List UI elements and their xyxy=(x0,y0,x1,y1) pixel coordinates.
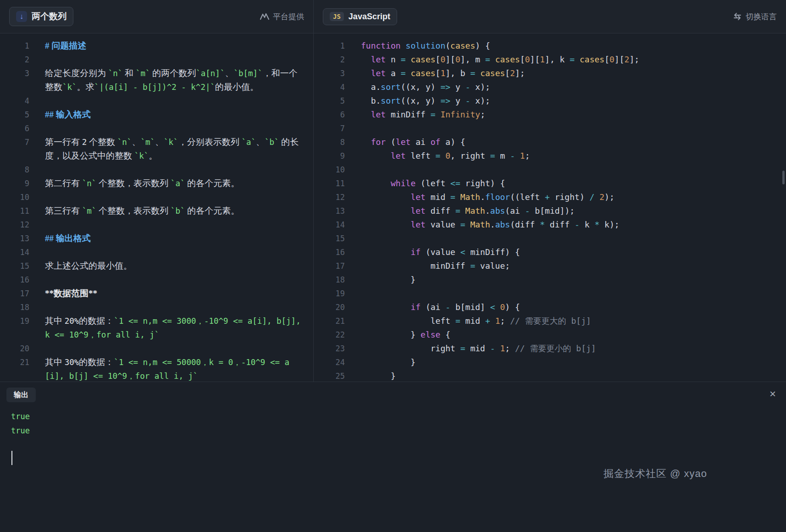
code-text[interactable]: let a = cases[1], b = cases[2]; xyxy=(345,66,786,80)
language-badge[interactable]: JS JavaScript xyxy=(323,8,397,25)
code-text[interactable]: ## 输出格式 xyxy=(29,232,313,245)
code-text[interactable] xyxy=(345,287,786,300)
code-line[interactable]: 8 for (let ai of a) { xyxy=(314,135,786,149)
code-text[interactable] xyxy=(29,218,313,232)
code-line[interactable]: 6 xyxy=(0,122,313,135)
code-line[interactable]: 20 if (ai - b[mid] < 0) { xyxy=(314,300,786,314)
code-text[interactable] xyxy=(29,245,313,259)
code-text[interactable]: a.sort((x, y) => y - x); xyxy=(345,80,786,94)
code-line[interactable]: 22 } else { xyxy=(314,328,786,342)
console-output[interactable]: truetrue xyxy=(6,410,780,465)
code-text[interactable]: 其中 30%的数据：`1 <= n,m <= 50000，k = 0，-10^9… xyxy=(29,355,313,382)
code-line[interactable]: 14 let value = Math.abs(diff * diff - k … xyxy=(314,218,786,232)
problem-title-badge[interactable]: ↓ 两个数列 xyxy=(9,7,73,26)
code-text[interactable] xyxy=(29,300,313,314)
code-line[interactable]: 2 xyxy=(0,53,313,66)
code-text[interactable]: let value = Math.abs(diff * diff - k * k… xyxy=(345,218,786,232)
code-text[interactable]: while (left <= right) { xyxy=(345,177,786,190)
code-text[interactable]: # 问题描述 xyxy=(29,39,313,53)
code-line[interactable]: 19 xyxy=(314,287,786,300)
code-line[interactable]: 20 xyxy=(0,342,313,355)
scrollbar-thumb[interactable] xyxy=(782,171,785,184)
code-line[interactable]: 7第一行有 2 个整数 `n`、`m`、`k`，分别表示数列 `a`、`b` 的… xyxy=(0,135,313,163)
problem-description-editor[interactable]: 1# 问题描述2 3给定长度分别为 `n` 和 `m` 的两个数列`a[n]`、… xyxy=(0,33,313,382)
code-line[interactable]: 10 xyxy=(314,163,786,177)
code-line[interactable]: 21其中 30%的数据：`1 <= n,m <= 50000，k = 0，-10… xyxy=(0,355,313,382)
code-text[interactable]: let n = cases[0][0], m = cases[0][1], k … xyxy=(345,53,786,66)
code-line[interactable]: 16 if (value < minDiff) { xyxy=(314,245,786,259)
code-line[interactable]: 9 let left = 0, right = m - 1; xyxy=(314,149,786,163)
code-line[interactable]: 6 let minDiff = Infinity; xyxy=(314,108,786,122)
code-text[interactable]: ## 输入格式 xyxy=(29,108,313,122)
code-line[interactable]: 25 } xyxy=(314,369,786,382)
code-text[interactable]: } xyxy=(345,355,786,369)
code-text[interactable]: 其中 20%的数据：`1 <= n,m <= 3000，-10^9 <= a[i… xyxy=(29,314,313,342)
code-line[interactable]: 9第二行有 `n` 个整数，表示数列 `a` 的各个元素。 xyxy=(0,177,313,190)
code-line[interactable]: 4 xyxy=(0,94,313,108)
code-line[interactable]: 21 left = mid + 1; // 需要更大的 b[j] xyxy=(314,314,786,328)
code-text[interactable] xyxy=(29,53,313,66)
code-line[interactable]: 11第三行有 `m` 个整数，表示数列 `b` 的各个元素。 xyxy=(0,204,313,218)
platform-provider[interactable]: 平台提供 xyxy=(260,11,304,22)
code-text[interactable] xyxy=(29,342,313,355)
code-text[interactable] xyxy=(29,273,313,287)
code-text[interactable] xyxy=(29,94,313,108)
code-line[interactable]: 13## 输出格式 xyxy=(0,232,313,245)
code-line[interactable]: 16 xyxy=(0,273,313,287)
code-line[interactable]: 3 let a = cases[1], b = cases[2]; xyxy=(314,66,786,80)
code-line[interactable]: 13 let diff = Math.abs(ai - b[mid]); xyxy=(314,204,786,218)
code-text[interactable]: minDiff = value; xyxy=(345,259,786,273)
code-line[interactable]: 4 a.sort((x, y) => y - x); xyxy=(314,80,786,94)
code-text[interactable]: let left = 0, right = m - 1; xyxy=(345,149,786,163)
code-text[interactable]: let mid = Math.floor((left + right) / 2)… xyxy=(345,190,786,204)
code-text[interactable]: function solution(cases) { xyxy=(345,39,786,53)
code-line[interactable]: 2 let n = cases[0][0], m = cases[0][1], … xyxy=(314,53,786,66)
code-line[interactable]: 23 right = mid - 1; // 需要更小的 b[j] xyxy=(314,342,786,355)
code-line[interactable]: 5## 输入格式 xyxy=(0,108,313,122)
code-line[interactable]: 8 xyxy=(0,163,313,177)
code-text[interactable]: 第二行有 `n` 个整数，表示数列 `a` 的各个元素。 xyxy=(29,177,313,190)
code-line[interactable]: 18 } xyxy=(314,273,786,287)
code-text[interactable] xyxy=(29,122,313,135)
code-text[interactable]: 第一行有 2 个整数 `n`、`m`、`k`，分别表示数列 `a`、`b` 的长… xyxy=(29,135,313,163)
code-text[interactable]: if (ai - b[mid] < 0) { xyxy=(345,300,786,314)
code-line[interactable]: 15 xyxy=(314,232,786,245)
code-line[interactable]: 11 while (left <= right) { xyxy=(314,177,786,190)
code-text[interactable]: } xyxy=(345,369,786,382)
code-line[interactable]: 19其中 20%的数据：`1 <= n,m <= 3000，-10^9 <= a… xyxy=(0,314,313,342)
code-line[interactable]: 17**数据范围** xyxy=(0,287,313,300)
code-line[interactable]: 14 xyxy=(0,245,313,259)
code-text[interactable]: right = mid - 1; // 需要更小的 b[j] xyxy=(345,342,786,355)
close-icon[interactable]: × xyxy=(769,388,776,400)
code-line[interactable]: 10 xyxy=(0,190,313,204)
output-tab[interactable]: 输出 xyxy=(6,388,36,402)
code-text[interactable] xyxy=(345,232,786,245)
code-line[interactable]: 5 b.sort((x, y) => y - x); xyxy=(314,94,786,108)
code-text[interactable]: let minDiff = Infinity; xyxy=(345,108,786,122)
code-line[interactable]: 12 xyxy=(0,218,313,232)
code-line[interactable]: 12 let mid = Math.floor((left + right) /… xyxy=(314,190,786,204)
code-line[interactable]: 18 xyxy=(0,300,313,314)
code-text[interactable] xyxy=(29,163,313,177)
text-cursor[interactable] xyxy=(11,451,12,465)
code-text[interactable]: let diff = Math.abs(ai - b[mid]); xyxy=(345,204,786,218)
code-text[interactable]: 第三行有 `m` 个整数，表示数列 `b` 的各个元素。 xyxy=(29,204,313,218)
code-text[interactable]: **数据范围** xyxy=(29,287,313,300)
code-line[interactable]: 1function solution(cases) { xyxy=(314,39,786,53)
code-text[interactable]: left = mid + 1; // 需要更大的 b[j] xyxy=(345,314,786,328)
code-text[interactable] xyxy=(345,163,786,177)
code-text[interactable]: for (let ai of a) { xyxy=(345,135,786,149)
code-line[interactable]: 15求上述公式的最小值。 xyxy=(0,259,313,273)
code-line[interactable]: 7 xyxy=(314,122,786,135)
code-text[interactable] xyxy=(345,122,786,135)
code-text[interactable]: } else { xyxy=(345,328,786,342)
code-text[interactable]: if (value < minDiff) { xyxy=(345,245,786,259)
code-line[interactable]: 3给定长度分别为 `n` 和 `m` 的两个数列`a[n]`、`b[m]`，和一… xyxy=(0,66,313,94)
code-text[interactable]: b.sort((x, y) => y - x); xyxy=(345,94,786,108)
code-text[interactable]: 给定长度分别为 `n` 和 `m` 的两个数列`a[n]`、`b[m]`，和一个… xyxy=(29,66,313,94)
code-line[interactable]: 1# 问题描述 xyxy=(0,39,313,53)
code-line[interactable]: 17 minDiff = value; xyxy=(314,259,786,273)
code-text[interactable]: 求上述公式的最小值。 xyxy=(29,259,313,273)
code-line[interactable]: 24 } xyxy=(314,355,786,369)
code-text[interactable]: } xyxy=(345,273,786,287)
